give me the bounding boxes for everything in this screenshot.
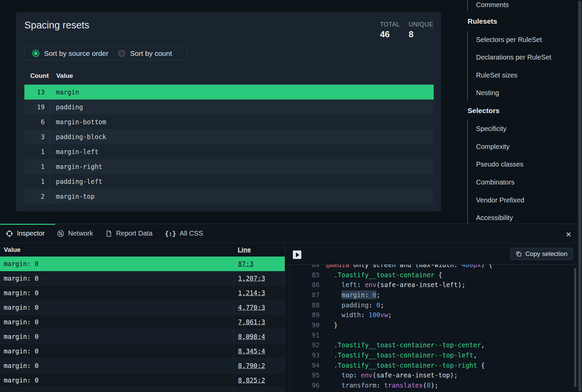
declaration-row[interactable]: margin: 0 1,214:3	[0, 286, 285, 300]
row-count: 13	[24, 85, 50, 100]
line-link[interactable]: 8,825:2	[238, 376, 265, 384]
sidebar-item-ruleset-sizes[interactable]: RuleSet sizes	[476, 71, 517, 80]
declaration-row[interactable]: margin: 0 8,790:2	[0, 358, 285, 373]
transfer-icon	[57, 230, 64, 237]
row-value: margin-bottom	[50, 114, 106, 129]
line-number: 96	[290, 382, 320, 389]
row-value: margin	[50, 85, 79, 100]
line-link[interactable]: 87:3	[238, 260, 254, 267]
close-icon[interactable]: ✕	[565, 231, 572, 238]
line-link[interactable]: 1,214:3	[238, 289, 265, 297]
code-line: 89 width: 100vw;	[290, 310, 578, 320]
declaration-row[interactable]: margin: 0 87:3	[0, 257, 285, 271]
row-value: margin-right	[50, 159, 102, 174]
declaration-row-partial[interactable]	[0, 388, 285, 392]
declaration-value: margin: 0	[0, 329, 234, 344]
row-count: 2	[24, 189, 50, 204]
table-row[interactable]: 1 padding-left	[24, 174, 434, 189]
table-row[interactable]: 6 margin-bottom	[24, 114, 434, 129]
table-row[interactable]: 1 margin-right	[24, 159, 434, 174]
line-link[interactable]: 8,790:2	[238, 362, 265, 369]
table-row[interactable]: 2 margin-top	[24, 189, 434, 204]
line-number: 94	[290, 362, 320, 369]
code-line: 91	[290, 330, 578, 340]
code-scroll-area: 84 @media only screen and (max-width: 48…	[289, 264, 578, 392]
row-value: margin-left	[50, 144, 99, 159]
stat-total-label: TOTAL	[380, 21, 400, 28]
spacing-resets-card: Spacing resets TOTAL 46 UNIQUE 8 Sort by…	[16, 12, 441, 212]
line-column-header[interactable]: Line	[234, 246, 285, 254]
sort-by-count-radio[interactable]: Sort by count	[118, 49, 172, 58]
line-link[interactable]: 4,770:3	[238, 304, 265, 311]
tab-network[interactable]: Network	[57, 230, 93, 237]
declaration-value: margin: 0	[0, 257, 234, 271]
sidebar-item-specificity[interactable]: Specificity	[476, 124, 506, 133]
page-scrollbar[interactable]	[578, 0, 582, 392]
code-line-selected: 87 margin: 0;	[290, 290, 578, 300]
line-number: 87	[290, 291, 320, 299]
sidebar-item-combinators[interactable]: Combinators	[476, 178, 514, 187]
sidebar-item-accessibility[interactable]: Accessibility	[476, 213, 513, 222]
declaration-row[interactable]: margin: 0 4,770:3	[0, 300, 285, 315]
table-row[interactable]: 1 margin-left	[24, 144, 434, 159]
code-line: 96 transform: translatex(0);	[290, 380, 578, 390]
line-link[interactable]: 8,098:4	[238, 333, 265, 340]
sidebar-item-comments[interactable]: Comments	[476, 0, 509, 9]
inspector-panel: Inspector Network Report Data {:} All CS…	[0, 224, 582, 392]
selection-highlight: margin: 0	[342, 290, 376, 299]
spacing-table: 13 margin 19 padding 6 margin-bottom 3 p…	[24, 85, 434, 204]
declarations-table: Value Line margin: 0 87:3 margin: 0 1,20…	[0, 243, 285, 392]
page-title: Spacing resets	[24, 20, 89, 31]
stats-block: TOTAL 46 UNIQUE 8	[380, 21, 433, 40]
sidebar-item-declarations-per-ruleset[interactable]: Declarations per RuleSet	[476, 53, 551, 62]
line-number: 85	[290, 271, 320, 279]
declaration-value: margin: 0	[0, 373, 234, 387]
declaration-row[interactable]: margin: 0 8,345:4	[0, 344, 285, 358]
declaration-row[interactable]: margin: 0 8,098:4	[0, 329, 285, 344]
tab-all-css[interactable]: {:} All CSS	[165, 230, 203, 238]
declaration-value: margin: 0	[0, 358, 234, 373]
sidebar-item-selectors-per-ruleset[interactable]: Selectors per RuleSet	[476, 35, 542, 44]
page-scrollbar-thumb[interactable]	[578, 1, 581, 391]
code-viewer: Copy selection 84 @media only screen and…	[285, 243, 582, 392]
count-column-header: Count	[24, 72, 50, 80]
sidebar-item-vendor-prefixed[interactable]: Vendor Prefixed	[476, 196, 524, 204]
row-count: 1	[24, 144, 50, 159]
braces-icon: {:}	[165, 230, 176, 238]
tab-report-data[interactable]: Report Data	[105, 230, 153, 237]
stat-unique-label: UNIQUE	[409, 21, 433, 28]
stat-unique-value: 8	[409, 29, 433, 40]
table-row[interactable]: 19 padding	[24, 100, 434, 114]
code-line: 86 left: env(safe-area-inset-left);	[290, 280, 578, 290]
copy-selection-button[interactable]: Copy selection	[510, 248, 573, 260]
table-row[interactable]: 13 margin	[24, 85, 434, 100]
code-content: 84 @media only screen and (max-width: 48…	[290, 264, 578, 390]
line-number: 95	[290, 371, 320, 379]
declaration-row[interactable]: margin: 0 7,861:3	[0, 315, 285, 329]
nav-group-line	[467, 120, 468, 224]
declaration-value: margin: 0	[0, 271, 234, 285]
row-value: padding	[50, 100, 83, 114]
declaration-row[interactable]: margin: 0 8,825:2	[0, 373, 285, 388]
line-link[interactable]: 7,861:3	[238, 318, 265, 326]
value-column-header: Value	[0, 246, 234, 254]
expand-panel-icon[interactable]	[293, 251, 301, 259]
sidebar-header-selectors: Selectors	[468, 106, 500, 115]
nav-group-line	[467, 0, 468, 11]
code-line: 93 .Toastify__toast-container--top-left,	[290, 350, 578, 360]
sort-by-count-label: Sort by count	[130, 49, 172, 58]
sidebar-item-complexity[interactable]: Complexity	[476, 142, 510, 151]
table-row[interactable]: 3 padding-block	[24, 129, 434, 144]
code-line: 85 .Toastify__toast-container {	[290, 270, 578, 280]
line-link[interactable]: 8,345:4	[238, 347, 265, 355]
line-link[interactable]: 1,207:3	[238, 275, 265, 282]
radio-unselected-icon	[118, 50, 125, 57]
stat-total-value: 46	[380, 29, 400, 40]
code-scrollbar-thumb[interactable]	[574, 268, 576, 387]
sort-by-source-order-radio[interactable]: Sort by source order	[32, 49, 108, 58]
declaration-row[interactable]: margin: 0 1,207:3	[0, 271, 285, 286]
sidebar-item-nesting[interactable]: Nesting	[476, 88, 499, 97]
sidebar-item-pseudo-classes[interactable]: Pseudo classes	[476, 160, 523, 169]
line-number: 89	[290, 311, 320, 319]
tab-inspector[interactable]: Inspector	[6, 230, 45, 237]
